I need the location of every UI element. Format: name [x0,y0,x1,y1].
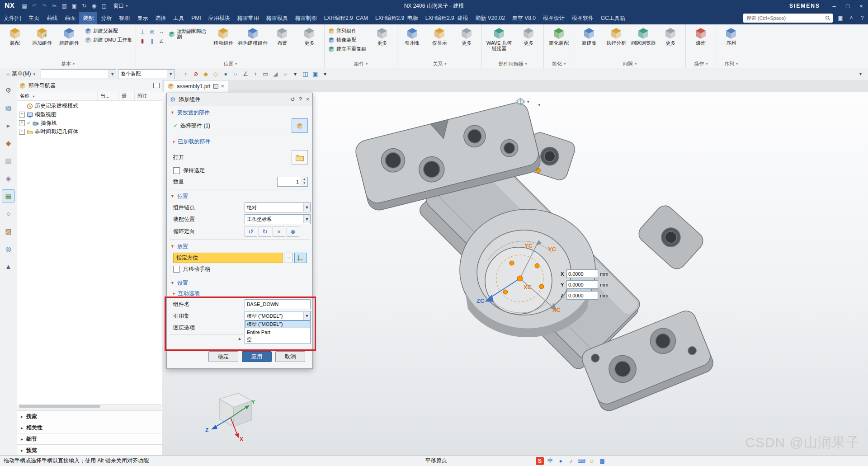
role-icon[interactable]: ⚙ [2,84,15,97]
section-interaction-options[interactable]: ▸ 互动选项 [170,288,310,298]
menu-tab[interactable]: 选择 [151,12,170,24]
dialog-title-bar[interactable]: ⚙ 添加组件 ↺ ? × [167,93,312,106]
dropdown-option[interactable]: 模型 ("MODEL") [245,320,310,328]
clearance-browser-button[interactable]: 间隙浏览器 [630,25,656,47]
midpoint-snap-icon[interactable]: ◆ [201,70,210,79]
sogou-input-icon[interactable]: S [536,457,544,465]
joint-coupling-button[interactable]: 运动副和耦合副 [167,25,209,42]
process-icon[interactable]: ▨ [2,225,15,238]
arrangements-button[interactable]: 布置 [269,25,295,47]
tree-row-history-mode[interactable]: 历史记录建模模式 [17,102,162,110]
center-snap-icon[interactable]: ● [221,70,230,79]
horizontal-scrollbar[interactable] [18,404,161,410]
no-selection-filter-icon[interactable]: ⊘ [191,70,200,79]
perform-analysis-button[interactable]: 执行分析 [603,25,629,47]
expand-icon[interactable]: + [19,112,25,118]
move-handles-checkbox[interactable] [173,266,180,273]
tree-row-model-views[interactable]: + 模型视图 [17,110,162,119]
chevron-down-icon[interactable]: ▾ [538,103,541,107]
add-component-button[interactable]: + 添加组件 [29,25,55,47]
navigator-section[interactable]: ▸ 预览 [17,444,162,456]
menu-tab[interactable]: 工具 [170,12,188,24]
coordinate-input[interactable]: 0.0000 [566,269,598,278]
minimize-ribbon-icon[interactable]: ˄ [846,13,856,23]
circle-snap-icon[interactable]: ○ [231,70,240,79]
more-snaps-icon[interactable]: ▾ [291,70,300,79]
repeat-command-icon[interactable]: ↻ [80,1,89,11]
column-header[interactable]: 最 [119,91,135,100]
menu-button[interactable]: ≡ 菜单(M) ▾ [3,69,39,79]
menu-tab[interactable]: 装配 [79,12,97,24]
save-icon[interactable]: ▤ [20,1,29,11]
new-dmu-button[interactable]: 新建 DMU 工作集 [83,36,134,44]
menu-tab[interactable]: PMI [188,12,204,24]
component-name-input[interactable]: BASE_DOWN [245,299,311,309]
specify-orientation-field[interactable]: 指定方位 [173,253,283,263]
cut-icon[interactable]: ✂ [50,1,59,11]
menu-tab[interactable]: LXH编程2.9_CAM [321,12,372,24]
reference-set-select[interactable]: 模型 ("MODEL") ▼ [245,311,311,321]
menu-tab[interactable]: 模圣设计 [539,12,568,24]
angle-icon[interactable]: ∠ [157,37,166,46]
new-set-button[interactable]: 新建集 [576,25,602,47]
show-only-button[interactable]: 仅显示 [426,25,453,47]
toolbar-overflow-icon[interactable]: ▾ [859,71,865,76]
select-part-button[interactable] [292,118,308,133]
menu-tab[interactable]: 曲线 [43,12,61,24]
tree-row-nontimestamp-geometry[interactable]: + 非时间戳记几何体 [17,127,162,136]
tools-icon[interactable]: ◈ [2,172,15,185]
toolbox-icon[interactable]: ▦ [598,457,606,465]
menu-tab[interactable]: 主页 [25,12,43,24]
origin-handle[interactable] [517,276,523,281]
apply-button[interactable]: 应用 [242,351,272,362]
section-position[interactable]: ▼ 位置 [170,191,310,202]
touch-icon[interactable]: ▲ [2,260,15,273]
search-input[interactable] [745,15,825,21]
part-navigator-icon[interactable]: ▦ [2,189,15,202]
keep-selected-row[interactable]: 保持选定 [170,165,310,176]
menu-tab[interactable]: 视图 [115,12,133,24]
window-menu[interactable]: 窗口 ▾ [113,2,128,10]
menu-tab[interactable]: LXH编程2.9_电极 [372,12,422,24]
menu-tab[interactable]: 应用模块 [205,12,234,24]
emoji-icon[interactable]: ☺ [588,457,596,465]
endpoint-snap-icon[interactable]: ◇ [211,70,220,79]
more-position-button[interactable]: 更多 [296,25,322,47]
detach-panel-icon[interactable] [153,83,160,88]
maximize-button[interactable]: □ [841,0,854,12]
dropdown-option[interactable]: 空 [245,336,310,344]
menu-tab[interactable]: 曲面 [61,12,79,24]
web-browser-icon[interactable]: ◎ [2,242,15,255]
snap-list-icon[interactable]: ≡ [281,70,290,79]
coordinate-input[interactable]: 0.0000 [566,291,598,300]
touch-align-icon[interactable]: ⊥ [138,27,147,36]
move-component-button[interactable]: 移动组件 [210,25,236,47]
reset-icon[interactable]: ↺ [290,96,295,103]
column-header[interactable]: 附注 [135,91,162,100]
select-part-row[interactable]: ✓ 选择部件 (1) [170,118,310,133]
distance-icon[interactable]: ↔ [157,27,166,36]
close-button[interactable]: × [854,0,868,12]
menu-tab[interactable]: 分析 [97,12,115,24]
help-icon[interactable]: ? [857,13,867,23]
expand-icon[interactable]: + [19,120,25,126]
keyboard-icon[interactable]: ⌨ [577,457,585,465]
menu-tab[interactable]: 梅雷制图 [292,12,321,24]
mark-modeling-button[interactable]: 标为建模组件 [237,25,268,47]
explode-button[interactable]: 爆炸 [688,25,714,47]
rotate-handle[interactable] [535,264,539,268]
concentric-icon[interactable]: ◎ [147,27,156,36]
column-header[interactable]: 名称 [17,91,98,100]
spinner-arrows-icon[interactable]: ▲▼ [301,177,307,186]
keep-selected-checkbox[interactable] [173,167,180,174]
help-icon[interactable]: ? [299,96,302,103]
dropdown-option[interactable]: Entire Part [245,328,310,336]
csys-dialog-button[interactable] [294,253,307,263]
anchor-select[interactable]: 绝对 ▼ [245,202,311,212]
menu-tab[interactable]: 文件(F) [0,12,25,24]
rotate-cw-button[interactable]: ↻ [259,226,271,237]
cancel-button[interactable]: 取消 [275,351,305,362]
close-tab-icon[interactable]: × [221,83,224,89]
open-file-button[interactable] [292,150,308,165]
body-select-icon[interactable]: ▣ [311,70,320,79]
